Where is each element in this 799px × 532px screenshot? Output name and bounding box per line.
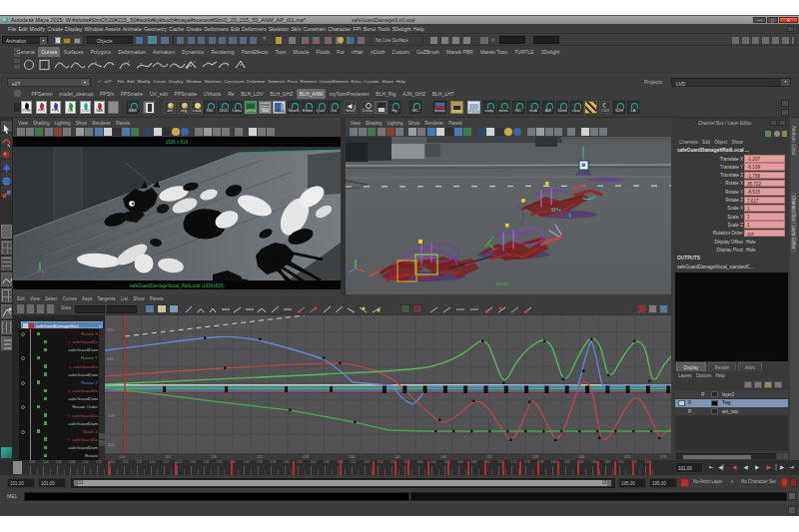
svg-text:-100: -100 — [107, 414, 115, 418]
svg-text:6H+: 6H+ — [551, 207, 561, 213]
svg-text:140: 140 — [395, 455, 400, 459]
svg-text:1936 x 816: 1936 x 816 — [166, 140, 189, 145]
svg-text:122: 122 — [257, 455, 263, 459]
svg-text:104: 104 — [119, 455, 125, 459]
svg-text:134: 134 — [349, 455, 355, 459]
svg-text:100: 100 — [107, 357, 113, 361]
svg-text:110: 110 — [165, 455, 171, 459]
svg-text:128: 128 — [303, 455, 309, 459]
svg-text:170: 170 — [624, 455, 630, 459]
svg-text:164: 164 — [578, 455, 584, 459]
svg-text:116: 116 — [211, 455, 217, 459]
svg-text:200: 200 — [107, 328, 113, 332]
svg-text:persp: persp — [496, 281, 508, 286]
svg-text:146: 146 — [440, 455, 446, 459]
svg-text:-200: -200 — [107, 443, 115, 447]
svg-text:safeGuardDamageItlocal_RailLoc: safeGuardDamageItlocal_RailLocal (1936x8… — [130, 283, 225, 288]
svg-text:152: 152 — [486, 455, 492, 459]
svg-text:-5: -5 — [567, 214, 571, 219]
svg-text:158: 158 — [532, 455, 538, 459]
svg-text:176: 176 — [660, 455, 666, 459]
